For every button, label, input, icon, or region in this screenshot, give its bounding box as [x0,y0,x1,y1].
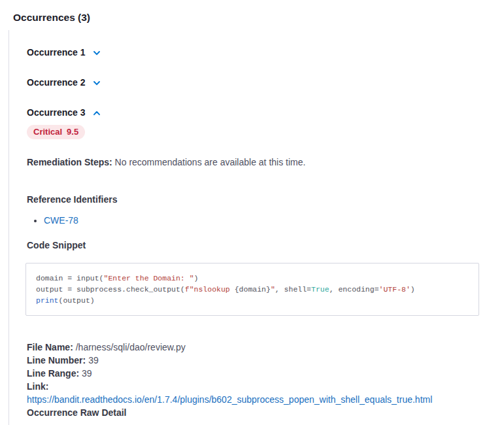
code-line: domain = input("Enter the Domain: ") [36,273,469,284]
chevron-up-icon [92,109,101,118]
code-line: print(output) [36,295,469,306]
link-label: Link: [27,380,492,393]
link-row: https://bandit.readthedocs.io/en/1.7.4/p… [27,393,492,406]
reference-identifiers-list: CWE-78 [27,215,492,226]
list-item: CWE-78 [44,215,492,226]
occurrence-3-label: Occurrence 3 [27,107,86,118]
file-name-value: /harness/sqli/dao/review.py [76,342,186,352]
line-number-row: Line Number: 39 [27,354,492,367]
remediation-label: Remediation Steps: [27,157,112,167]
chevron-down-icon [92,48,101,58]
occurrence-2-toggle[interactable]: Occurrence 2 [27,77,101,88]
remediation-steps: Remediation Steps: No recommendations ar… [27,156,492,168]
file-name-label: File Name: [27,342,73,352]
code-snippet-block: domain = input("Enter the Domain: ")outp… [25,263,479,316]
remediation-text: No recommendations are available at this… [115,157,306,167]
file-info: File Name: /harness/sqli/dao/review.py L… [27,341,492,419]
severity-score: 9.5 [67,127,78,137]
raw-detail-heading: Occurrence Raw Detail [27,406,492,419]
file-name-row: File Name: /harness/sqli/dao/review.py [27,341,492,354]
occurrence-2-label: Occurrence 2 [27,77,86,88]
occurrence-3-toggle[interactable]: Occurrence 3 [27,107,101,118]
bandit-doc-link[interactable]: https://bandit.readthedocs.io/en/1.7.4/p… [27,394,432,405]
page-title: Occurrences (3) [13,12,504,24]
reference-identifiers-heading: Reference Identifiers [27,194,492,205]
chevron-down-icon [92,78,101,88]
line-number-label: Line Number: [27,355,86,366]
occurrences-panel: Occurrence 1 Occurrence 2 Occurrence 3 C… [8,30,504,425]
line-number-value: 39 [88,355,99,366]
cwe-link[interactable]: CWE-78 [44,215,78,226]
line-range-row: Line Range: 39 [27,367,492,380]
occurrence-1-toggle[interactable]: Occurrence 1 [27,47,101,58]
occurrence-3-detail: Critical 9.5 Remediation Steps: No recom… [27,125,492,425]
severity-badge: Critical 9.5 [27,125,85,139]
code-line: output = subprocess.check_output(f"nsloo… [36,284,469,295]
code-snippet-heading: Code Snippet [27,240,492,250]
severity-label: Critical [33,127,62,137]
line-range-value: 39 [82,368,92,379]
line-range-label: Line Range: [27,368,79,379]
occurrence-1-label: Occurrence 1 [27,47,86,58]
